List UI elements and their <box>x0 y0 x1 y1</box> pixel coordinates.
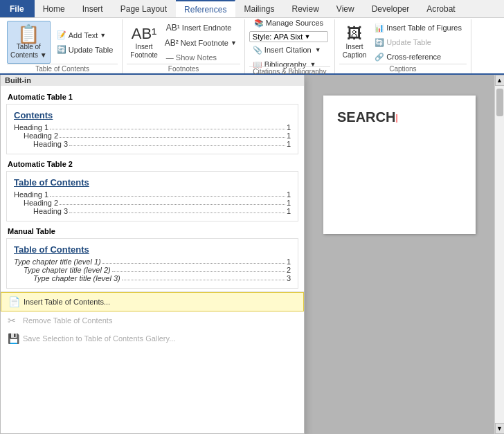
insert-endnote-button[interactable]: AB¹ Insert Endnote <box>161 21 240 35</box>
citations-group: 📚 Manage Sources Style: APA Sixt ▼ 📎 Ins… <box>245 19 335 73</box>
insert-toc-action-icon: 📄 <box>8 296 19 307</box>
tab-acrobat[interactable]: Acrobat <box>418 0 464 17</box>
tab-developer[interactable]: Developer <box>363 0 419 17</box>
toc-side-buttons: 📝 Add Text ▼ 🔄 Update Table <box>52 21 118 64</box>
t2-heading3-label: Heading 3 <box>33 207 68 215</box>
show-notes-button[interactable]: — Show Notes <box>161 51 240 64</box>
style-selector[interactable]: Style: APA Sixt ▼ <box>249 31 328 42</box>
t2-heading3-page: 1 <box>287 207 291 215</box>
auto-table-1-title: Automatic Table 1 <box>1 90 304 101</box>
remove-toc-action-icon: ✂ <box>8 315 19 326</box>
next-footnote-icon: AB² <box>165 38 179 48</box>
builtin-section-header: Built-in <box>1 75 304 86</box>
manual-table-row-3: Type chapter title (level 3) 3 <box>14 274 291 282</box>
insert-footnote-button[interactable]: AB¹ InsertFootnote <box>127 21 161 64</box>
footnote-side-buttons: AB¹ Insert Endnote AB² Next Footnote ▼ —… <box>161 21 240 64</box>
t2-heading1-label: Heading 1 <box>14 190 48 199</box>
endnote-icon: AB¹ <box>166 23 180 33</box>
footnotes-group: AB¹ InsertFootnote AB¹ Insert Endnote AB… <box>123 19 245 73</box>
heading1-label: Heading 1 <box>14 123 48 132</box>
insert-caption-button[interactable]: 🖼 InsertCaption <box>339 21 370 64</box>
toc-dropdown-panel: Built-in Automatic Table 1 Contents Head… <box>0 75 305 434</box>
heading2-label: Heading 2 <box>24 132 58 140</box>
update-table-button[interactable]: 🔄 Update Table <box>52 43 118 56</box>
manage-sources-label: Manage Sources <box>266 19 323 27</box>
search-display: SEARCH| <box>337 109 462 125</box>
update-captions-label: Update Table <box>386 38 431 46</box>
tab-file[interactable]: File <box>0 0 35 17</box>
tab-insert[interactable]: Insert <box>74 0 112 17</box>
scrollbar[interactable]: ▲ ▼ <box>494 75 504 434</box>
ribbon: 📋 Table ofContents ▼ 📝 Add Text ▼ 🔄 Upda… <box>0 18 504 75</box>
footnote-icon: AB¹ <box>132 25 157 43</box>
update-table-icon: 🔄 <box>57 45 66 54</box>
t2-heading2-page: 1 <box>287 199 291 207</box>
auto-table-1[interactable]: Contents Heading 1 1 Heading 2 1 Heading… <box>6 104 298 154</box>
manual-table-heading: Table of Contents <box>14 244 291 255</box>
save-selection-action-icon: 💾 <box>8 333 19 344</box>
tab-mailings[interactable]: Mailings <box>235 0 283 17</box>
style-label: Style: <box>253 33 272 41</box>
cross-reference-button[interactable]: 🔗 Cross-reference <box>370 51 467 64</box>
captions-group: 🖼 InsertCaption 📊 Insert Table of Figure… <box>335 19 471 73</box>
heading1-page: 1 <box>287 123 291 132</box>
cross-reference-label: Cross-reference <box>386 53 441 61</box>
search-text: SEARCH <box>337 109 395 125</box>
insert-table-of-figures-label: Insert Table of Figures <box>386 24 462 32</box>
remove-toc-action-label: Remove Table of Contents <box>23 316 112 325</box>
add-text-icon: 📝 <box>57 30 66 39</box>
insert-toc-action[interactable]: 📄 Insert Table of Contents... <box>1 292 304 311</box>
scroll-thumb[interactable] <box>496 89 503 116</box>
t2-heading1-page: 1 <box>287 190 291 199</box>
insert-table-of-figures-button[interactable]: 📊 Insert Table of Figures <box>370 21 467 35</box>
chapter2-label: Type chapter title (level 2) <box>24 266 111 274</box>
scroll-up-button[interactable]: ▲ <box>495 75 505 86</box>
tab-review[interactable]: Review <box>283 0 327 17</box>
next-footnote-label: Next Footnote <box>181 39 228 47</box>
manage-sources-button[interactable]: 📚 Manage Sources <box>249 17 328 30</box>
update-captions-icon: 🔄 <box>375 38 384 47</box>
auto-table-2[interactable]: Table of Contents Heading 1 1 Heading 2 … <box>6 171 298 221</box>
toc-button-label: Table ofContents ▼ <box>10 43 47 60</box>
t2-heading2-label: Heading 2 <box>24 199 58 207</box>
tab-view[interactable]: View <box>328 0 363 17</box>
scroll-down-button[interactable]: ▼ <box>495 423 505 434</box>
table-of-contents-button[interactable]: 📋 Table ofContents ▼ <box>7 21 51 64</box>
heading3-page: 1 <box>287 140 291 148</box>
captions-top: 🖼 InsertCaption 📊 Insert Table of Figure… <box>339 21 467 64</box>
insert-citation-button[interactable]: 📎 Insert Citation ▼ <box>249 44 328 57</box>
update-captions-table-button[interactable]: 🔄 Update Table <box>370 36 467 49</box>
chapter1-label: Type chapter title (level 1) <box>14 257 101 266</box>
manual-table[interactable]: Table of Contents Type chapter title (le… <box>6 238 298 289</box>
remove-toc-action[interactable]: ✂ Remove Table of Contents <box>1 311 304 329</box>
t2-heading3-dots <box>69 205 285 213</box>
main-content: Built-in Automatic Table 1 Contents Head… <box>0 75 504 434</box>
action-items-section: 📄 Insert Table of Contents... ✂ Remove T… <box>1 291 304 347</box>
citations-top: 📚 Manage Sources Style: APA Sixt ▼ 📎 Ins… <box>249 21 328 66</box>
add-text-label: Add Text <box>69 31 98 39</box>
heading2-page: 1 <box>287 132 291 140</box>
insert-toc-action-label: Insert Table of Contents... <box>24 298 110 306</box>
insert-caption-label: InsertCaption <box>343 43 366 60</box>
heading3-label: Heading 3 <box>33 140 68 148</box>
insert-citation-label: Insert Citation <box>264 46 312 54</box>
cross-ref-icon: 🔗 <box>375 53 384 62</box>
update-table-label: Update Table <box>69 46 114 54</box>
cursor: | <box>395 113 397 123</box>
auto-table-2-row-3: Heading 3 1 <box>14 207 291 215</box>
add-text-button[interactable]: 📝 Add Text ▼ <box>52 28 118 42</box>
tab-references[interactable]: References <box>176 0 235 17</box>
chapter3-dots <box>122 272 285 280</box>
next-footnote-button[interactable]: AB² Next Footnote ▼ <box>161 36 240 50</box>
caption-icon: 🖼 <box>347 25 362 43</box>
tab-page-layout[interactable]: Page Layout <box>112 0 176 17</box>
insert-footnote-label: InsertFootnote <box>130 43 157 60</box>
toc-icon: 📋 <box>17 25 39 43</box>
save-selection-action[interactable]: 💾 Save Selection to Table of Contents Ga… <box>1 329 304 347</box>
heading2-dots <box>60 129 285 138</box>
tab-home[interactable]: Home <box>35 0 74 17</box>
captions-side-buttons: 📊 Insert Table of Figures 🔄 Update Table… <box>370 21 467 64</box>
footnotes-group-top: AB¹ InsertFootnote AB¹ Insert Endnote AB… <box>127 21 240 64</box>
auto-table-1-heading: Contents <box>14 110 291 120</box>
t2-heading2-dots <box>60 197 285 205</box>
